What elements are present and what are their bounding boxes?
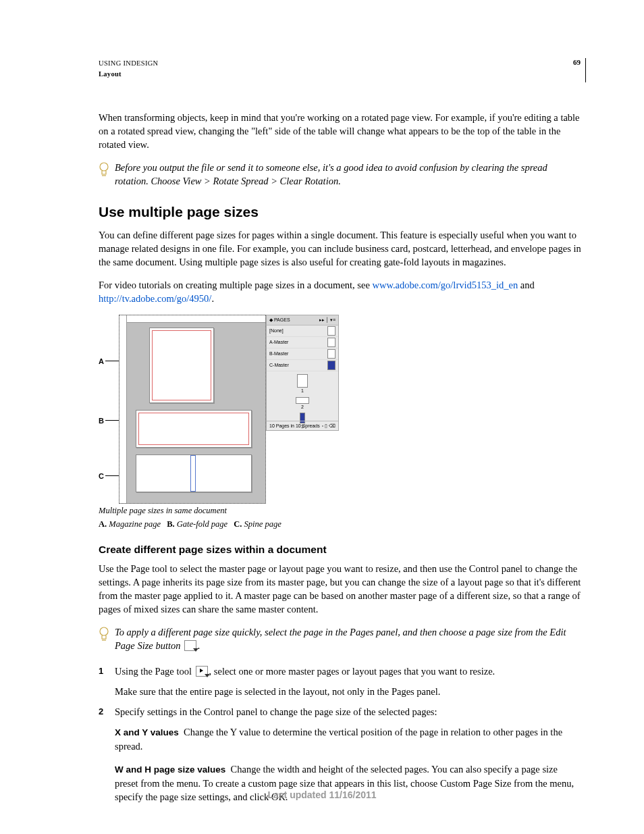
tip-block-1: Before you output the file or send it to…	[99, 161, 583, 188]
section1-para2: For video tutorials on creating multiple…	[99, 278, 583, 305]
step1-note: Make sure that the entire page is select…	[115, 685, 583, 698]
panel-b-label: B-Master	[269, 350, 288, 357]
panel-row-c: C-Master	[267, 360, 338, 371]
tip-block-2: To apply a different page size quickly, …	[99, 625, 583, 652]
panel-c-label: C-Master	[269, 362, 289, 369]
svg-point-2	[100, 627, 108, 635]
panel-row-none: [None]	[267, 325, 338, 337]
callout-c-label: C	[99, 472, 104, 480]
callout-c: C	[99, 471, 104, 481]
panel-row-b: B-Master	[267, 348, 338, 360]
page-a	[149, 328, 214, 403]
intro-paragraph: When transforming objects, keep in mind …	[99, 111, 583, 151]
step-2-number: 2	[99, 705, 108, 719]
panel-page-2: 2	[296, 404, 309, 411]
xy-label: X and Y values	[115, 727, 179, 737]
step-2: 2 Specify settings in the Control panel …	[99, 705, 583, 719]
xy-values-block: X and Y values Change the Y value to det…	[115, 725, 583, 753]
page-number: 69	[573, 58, 583, 66]
figure-block: A B C ◆ PAGES▸▸ │ ▾≡ [None] A-Maste	[99, 315, 583, 530]
spine-page	[190, 455, 196, 492]
figure-caption: Multiple page sizes in same document	[99, 505, 583, 517]
subsection-heading: Create different page sizes within a doc…	[99, 542, 583, 556]
panel-page-1: 1	[297, 388, 308, 394]
panel-none-label: [None]	[269, 328, 284, 334]
section2-para1: Use the Page tool to select the master p…	[99, 562, 583, 616]
video-link-1[interactable]: www.adobe.com/go/lrvid5153_id_en	[373, 280, 518, 290]
ruler-horizontal	[119, 315, 265, 323]
panel-foot-icons: ▫ ▯ ⌫	[322, 423, 336, 429]
para2-part-a: For video tutorials on creating multiple…	[99, 280, 373, 290]
header-divider	[585, 58, 586, 82]
svg-point-0	[100, 163, 108, 171]
wh-label: W and H page size values	[115, 764, 225, 775]
para2-part-c: .	[211, 293, 214, 304]
section-heading-1: Use multiple page sizes	[99, 203, 583, 222]
legend-c-label: C.	[234, 519, 242, 529]
step1-text-a: Using the Page tool	[115, 666, 194, 677]
legend-a-label: A.	[99, 519, 107, 529]
legend-b-label: B.	[167, 519, 174, 529]
header-chapter: Layout	[99, 69, 159, 80]
step1-text-b: , select one or more master pages or lay…	[209, 666, 495, 677]
callout-b: B	[99, 416, 104, 426]
tip2-part-a: To apply a different page size quickly, …	[115, 627, 566, 651]
xy-text: Change the Y value to determine the vert…	[115, 727, 562, 752]
callout-b-label: B	[99, 417, 104, 425]
page-header: USING INDESIGN Layout 69	[99, 58, 583, 80]
legend-c-text: Spine page	[244, 519, 281, 529]
edit-page-size-icon	[184, 640, 196, 651]
step-1-body: Using the Page tool , select one or more…	[115, 664, 583, 698]
header-left: USING INDESIGN Layout	[99, 58, 159, 80]
callout-a-label: A	[99, 357, 104, 365]
document-canvas	[119, 315, 266, 504]
step-2-body: Specify settings in the Control panel to…	[115, 705, 583, 719]
panel-a-label: A-Master	[269, 339, 288, 346]
step-1: 1 Using the Page tool , select one or mo…	[99, 664, 583, 698]
page-tool-icon	[196, 666, 208, 677]
section1-para1: You can define different page sizes for …	[99, 228, 583, 269]
page-footer: Last updated 11/16/2011	[0, 789, 644, 800]
figure-image: A B C ◆ PAGES▸▸ │ ▾≡ [None] A-Maste	[99, 315, 339, 505]
ruler-vertical	[119, 315, 127, 503]
header-product: USING INDESIGN	[99, 59, 159, 67]
callout-a: A	[99, 357, 104, 367]
lightbulb-icon	[99, 627, 109, 643]
tip-text-1: Before you output the file or send it to…	[115, 161, 583, 188]
panel-footer: 10 Pages in 10 Spreads ▫ ▯ ⌫	[267, 421, 338, 431]
body-content: When transforming objects, keep in mind …	[99, 111, 583, 804]
pages-panel: ◆ PAGES▸▸ │ ▾≡ [None] A-Master B-Master …	[266, 315, 339, 431]
panel-foot-text: 10 Pages in 10 Spreads	[269, 423, 320, 429]
step-1-number: 1	[99, 664, 108, 698]
para2-part-b: and	[518, 280, 535, 290]
legend-a-text: Magazine page	[109, 519, 161, 529]
pages-panel-title: ◆ PAGES▸▸ │ ▾≡	[267, 315, 338, 325]
figure-legend: A. Magazine page B. Gate-fold page C. Sp…	[99, 519, 583, 530]
page-b	[136, 410, 252, 448]
page: USING INDESIGN Layout 69 When transformi…	[0, 0, 644, 834]
legend-b-text: Gate-fold page	[177, 519, 227, 529]
panel-row-a: A-Master	[267, 337, 338, 348]
tip-text-2: To apply a different page size quickly, …	[115, 625, 583, 652]
panel-title-text: PAGES	[274, 317, 290, 322]
video-link-2[interactable]: http://tv.adobe.com/go/4950/	[99, 293, 211, 304]
lightbulb-icon	[99, 162, 109, 178]
